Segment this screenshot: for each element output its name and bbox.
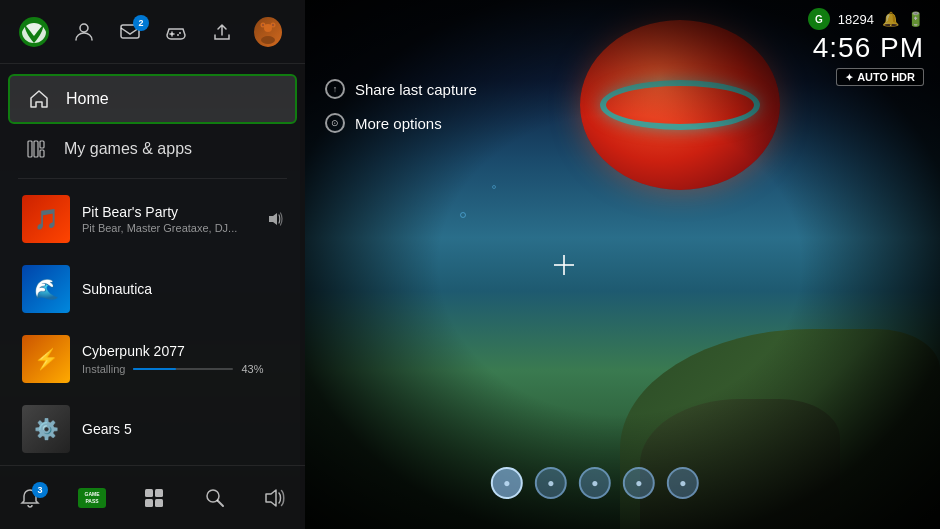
gears-info: Gears 5 [82, 421, 283, 437]
xbox-logo[interactable] [16, 14, 52, 50]
home-label: Home [66, 90, 109, 108]
hud-icon-2: ● [535, 467, 567, 499]
cyberpunk-info: Cyberpunk 2077 Installing 43% [82, 343, 283, 375]
svg-rect-23 [145, 499, 153, 507]
svg-rect-24 [155, 499, 163, 507]
clock: 4:56 PM [808, 32, 924, 64]
pitbear-status [267, 211, 283, 227]
svg-rect-21 [145, 489, 153, 497]
install-label: Installing [82, 363, 125, 375]
gears-title: Gears 5 [82, 421, 283, 437]
svg-rect-16 [40, 150, 44, 157]
messages-nav-wrapper: 2 [116, 18, 144, 46]
user-avatar [254, 17, 282, 47]
svg-point-5 [179, 32, 181, 34]
home-icon [28, 88, 52, 110]
more-options-icon: ⊙ [325, 113, 345, 133]
hud-bottom: ● ● ● ● ● [491, 467, 699, 499]
share-capture-label: Share last capture [355, 81, 477, 98]
svg-text:PASS: PASS [86, 498, 100, 504]
left-panel: 2 [0, 0, 305, 529]
mygames-label: My games & apps [64, 140, 192, 158]
gamerscore: 18294 [838, 12, 874, 27]
avatar-nav-icon[interactable] [254, 18, 282, 46]
subnautica-thumb: 🌊 [22, 265, 70, 313]
notifications-toolbar-item[interactable]: 3 [18, 486, 42, 510]
hud-icon-4: ● [623, 467, 655, 499]
pitbear-info: Pit Bear's Party Pit Bear, Master Greata… [82, 204, 255, 234]
more-options-label: More options [355, 115, 442, 132]
install-pct: 43% [241, 363, 263, 375]
volume-toolbar-item[interactable] [263, 486, 287, 510]
people-nav-icon[interactable] [70, 18, 98, 46]
share-capture-item[interactable]: ↑ Share last capture [325, 75, 477, 103]
game-item-gears[interactable]: ⚙️ Gears 5 [4, 395, 301, 463]
mygames-icon [26, 138, 50, 160]
battery-icon: 🔋 [907, 11, 924, 27]
subnautica-info: Subnautica [82, 281, 283, 297]
top-right-hud: G 18294 🔔 🔋 4:56 PM ✦ AUTO HDR [808, 8, 924, 86]
store-toolbar-item[interactable] [142, 486, 166, 510]
pitbear-thumb: 🎵 [22, 195, 70, 243]
pitbear-volume-icon [267, 211, 283, 227]
install-progress-bar [133, 368, 233, 370]
subnautica-title: Subnautica [82, 281, 283, 297]
share-capture-icon: ↑ [325, 79, 345, 99]
share-nav-wrapper [208, 18, 236, 46]
bottom-toolbar: 3 GAME PASS [0, 465, 305, 529]
volume-hud-icon: 🔔 [882, 11, 899, 27]
menu-divider [18, 178, 287, 179]
notifications-icon-wrap: 3 [18, 486, 42, 510]
svg-rect-13 [28, 141, 32, 157]
messages-badge: 2 [133, 15, 149, 31]
game-item-cyberpunk[interactable]: ⚡ Cyberpunk 2077 Installing 43% [4, 325, 301, 393]
pitbear-title: Pit Bear's Party [82, 204, 255, 220]
install-bar-fill [133, 368, 176, 370]
home-menu-item[interactable]: Home [8, 74, 297, 124]
svg-rect-15 [40, 141, 44, 148]
gears-thumb: ⚙️ [22, 405, 70, 453]
mygames-menu-item[interactable]: My games & apps [8, 126, 297, 172]
svg-point-6 [177, 34, 179, 36]
cyberpunk-thumb: ⚡ [22, 335, 70, 383]
gamepass-toolbar-item[interactable]: GAME PASS [78, 488, 106, 508]
svg-point-8 [261, 36, 275, 44]
messages-nav-icon[interactable]: 2 [116, 18, 144, 46]
svg-marker-27 [266, 490, 276, 506]
top-nav: 2 [0, 0, 305, 64]
menu-section: Home My games & apps 🎵 Pit Bear's Party [0, 64, 305, 465]
svg-marker-17 [269, 213, 277, 225]
g-badge: G [808, 8, 830, 30]
controller-nav-wrapper [162, 18, 190, 46]
hdr-star-icon: ✦ [845, 72, 853, 83]
pitbear-subtitle: Pit Bear, Master Greataxe, DJ... [82, 222, 255, 234]
avatar-nav-wrapper [254, 18, 282, 46]
svg-rect-14 [34, 141, 38, 157]
auto-hdr-badge: ✦ AUTO HDR [836, 68, 924, 86]
crosshair [554, 255, 574, 275]
svg-rect-22 [155, 489, 163, 497]
share-nav-icon[interactable] [208, 18, 236, 46]
more-options-item[interactable]: ⊙ More options [325, 109, 477, 137]
cyberpunk-title: Cyberpunk 2077 [82, 343, 283, 359]
game-item-subnautica[interactable]: 🌊 Subnautica [4, 255, 301, 323]
people-nav-wrapper [70, 18, 98, 46]
hud-icon-3: ● [579, 467, 611, 499]
hud-icon-1: ● [491, 467, 523, 499]
svg-point-11 [262, 23, 264, 25]
context-menu: ↑ Share last capture ⊙ More options [325, 75, 477, 137]
search-toolbar-item[interactable] [203, 486, 227, 510]
svg-text:GAME: GAME [85, 491, 101, 497]
notifications-badge: 3 [32, 482, 48, 498]
hud-icon-5: ● [667, 467, 699, 499]
gamertag-row: G 18294 🔔 🔋 [808, 8, 924, 30]
game-item-pitbear[interactable]: 🎵 Pit Bear's Party Pit Bear, Master Grea… [4, 185, 301, 253]
gamepass-icon-wrap: GAME PASS [78, 488, 106, 508]
controller-nav-icon[interactable] [162, 18, 190, 46]
svg-point-12 [272, 23, 274, 25]
svg-point-1 [80, 24, 88, 32]
auto-hdr-label: AUTO HDR [857, 71, 915, 83]
svg-line-26 [217, 500, 223, 506]
